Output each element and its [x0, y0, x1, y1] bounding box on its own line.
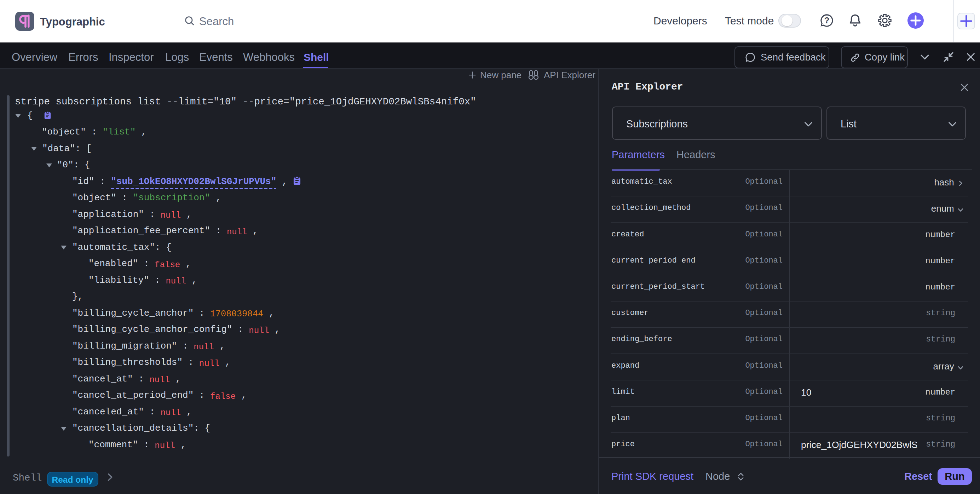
svg-text:?: ?	[824, 16, 829, 25]
